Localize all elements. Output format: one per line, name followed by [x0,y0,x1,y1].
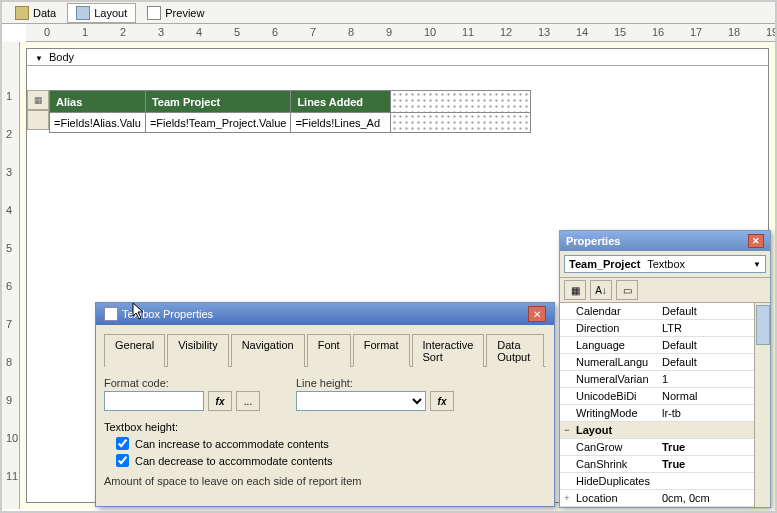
tab-general[interactable]: General [104,334,165,367]
data-icon [15,6,29,20]
tab-preview[interactable]: Preview [138,3,213,23]
property-row[interactable]: CalendarDefault [560,303,754,320]
table-icon: ▦ [34,95,43,105]
close-icon[interactable]: ✕ [528,306,546,322]
line-height-fx-button[interactable]: fx [430,391,454,411]
can-decrease-label: Can decrease to accommodate contents [135,455,333,467]
property-row[interactable]: +Location0cm, 0cm [560,490,754,507]
can-increase-label: Can increase to accommodate contents [135,438,329,450]
close-icon[interactable]: ✕ [748,234,764,248]
can-decrease-checkbox[interactable] [116,454,129,467]
format-code-label: Format code: [104,377,260,389]
table-row-handle[interactable] [27,110,49,130]
line-height-label: Line height: [296,377,454,389]
cell-team-project[interactable]: =Fields!Team_Project.Value [145,113,290,133]
unused-columns[interactable] [391,91,531,113]
col-header-lines-added[interactable]: Lines Added [291,91,391,113]
dialog-titlebar[interactable]: Textbox Properties ✕ [96,303,554,325]
body-section-header[interactable]: ▼ Body [27,49,768,66]
table-header-handle[interactable]: ▦ [27,90,49,110]
selected-object-name: Team_Project [569,258,640,270]
properties-toolbar: ▦ A↓ ▭ [560,278,770,303]
tab-layout[interactable]: Layout [67,3,136,23]
categorized-button[interactable]: ▦ [564,280,586,300]
properties-object-selector[interactable]: Team_Project Textbox ▼ [560,251,770,278]
scrollbar[interactable] [754,303,770,507]
textbox-properties-dialog: Textbox Properties ✕ General Visibility … [95,302,555,507]
report-body[interactable]: ▦ Alias Team Project Lines Added =Fields… [27,66,768,133]
property-pages-button[interactable]: ▭ [616,280,638,300]
property-row[interactable]: CanGrowTrue [560,439,754,456]
horizontal-ruler: 012345678910111213141516171819 [26,24,775,42]
preview-icon [147,6,161,20]
unused-cell[interactable] [391,113,531,133]
tab-label: Preview [165,7,204,19]
dialog-tabs: General Visibility Navigation Font Forma… [104,333,546,367]
format-code-browse-button[interactable]: ... [236,391,260,411]
report-table[interactable]: Alias Team Project Lines Added =Fields!A… [49,90,531,133]
table-detail-row[interactable]: =Fields!Alias.Valu =Fields!Team_Project.… [50,113,531,133]
property-row[interactable]: DirectionLTR [560,320,754,337]
line-height-select[interactable] [296,391,426,411]
property-row[interactable]: NumeralVarian1 [560,371,754,388]
space-label: Amount of space to leave on each side of… [104,475,546,487]
tab-interactive-sort[interactable]: Interactive Sort [412,334,485,367]
property-row[interactable]: WritingModelr-tb [560,405,754,422]
can-increase-checkbox[interactable] [116,437,129,450]
properties-panel: Properties ✕ Team_Project Textbox ▼ ▦ A↓… [559,230,771,508]
scrollbar-thumb[interactable] [756,305,770,345]
selected-object-type: Textbox [647,258,685,270]
tab-navigation[interactable]: Navigation [231,334,305,367]
properties-grid[interactable]: CalendarDefaultDirectionLTRLanguageDefau… [560,303,754,507]
vertical-ruler: 1234567891011 [2,42,20,509]
chevron-down-icon: ▼ [35,54,43,63]
properties-titlebar[interactable]: Properties ✕ [560,231,770,251]
format-code-input[interactable] [104,391,204,411]
col-header-alias[interactable]: Alias [50,91,146,113]
tab-format[interactable]: Format [353,334,410,367]
format-code-fx-button[interactable]: fx [208,391,232,411]
view-tabs: Data Layout Preview [2,2,775,24]
property-category[interactable]: −Layout [560,422,754,439]
tab-visibility[interactable]: Visibility [167,334,229,367]
alphabetical-button[interactable]: A↓ [590,280,612,300]
tab-font[interactable]: Font [307,334,351,367]
layout-icon [76,6,90,20]
table-header-row[interactable]: Alias Team Project Lines Added [50,91,531,113]
properties-icon [104,307,118,321]
tab-label: Data [33,7,56,19]
property-row[interactable]: UnicodeBiDiNormal [560,388,754,405]
tab-label: Layout [94,7,127,19]
tab-data[interactable]: Data [6,3,65,23]
chevron-down-icon[interactable]: ▼ [753,260,761,269]
property-row[interactable]: LanguageDefault [560,337,754,354]
property-row[interactable]: NumeralLanguDefault [560,354,754,371]
property-row[interactable]: HideDuplicates [560,473,754,490]
body-label: Body [49,51,74,63]
cell-alias[interactable]: =Fields!Alias.Valu [50,113,146,133]
properties-title-text: Properties [566,235,620,247]
property-row[interactable]: CanShrinkTrue [560,456,754,473]
col-header-team-project[interactable]: Team Project [145,91,290,113]
dialog-title-text: Textbox Properties [122,308,213,320]
cell-lines-added[interactable]: =Fields!Lines_Ad [291,113,391,133]
tab-data-output[interactable]: Data Output [486,334,544,367]
textbox-height-label: Textbox height: [104,421,546,433]
